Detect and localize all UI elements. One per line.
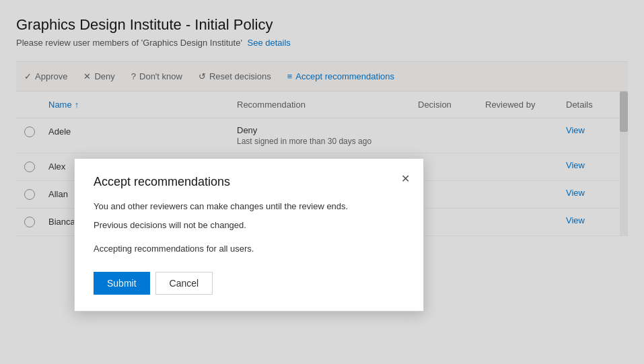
- modal-body: You and other reviewers can make changes…: [94, 200, 404, 256]
- cancel-button[interactable]: Cancel: [155, 272, 213, 295]
- modal-overlay: Accept recommendations ✕ You and other r…: [0, 0, 644, 364]
- modal-text-1: You and other reviewers can make changes…: [94, 200, 404, 213]
- modal-text-2: Previous decisions will not be changed.: [94, 219, 404, 232]
- close-icon: ✕: [401, 172, 410, 185]
- modal-close-button[interactable]: ✕: [398, 170, 413, 188]
- submit-button[interactable]: Submit: [94, 272, 150, 295]
- accept-recommendations-modal: Accept recommendations ✕ You and other r…: [74, 158, 424, 312]
- modal-text-3: Accepting recommendations for all users.: [94, 242, 404, 256]
- modal-title: Accept recommendations: [94, 175, 404, 189]
- modal-footer: Submit Cancel: [94, 272, 404, 295]
